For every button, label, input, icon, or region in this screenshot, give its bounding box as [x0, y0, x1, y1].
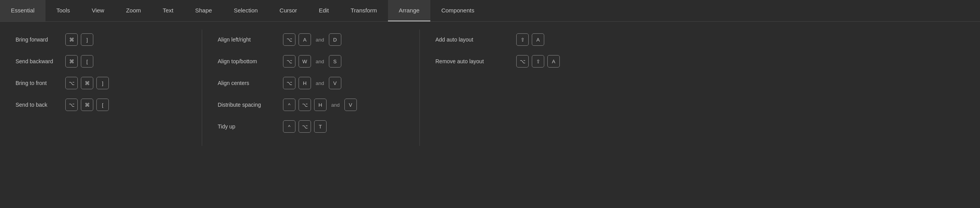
bring-forward-label: Bring forward [16, 36, 62, 43]
row-bring-to-front: Bring to front ⌥ ⌘ ] [16, 77, 186, 89]
send-to-back-label: Send to back [16, 102, 62, 108]
nav-item-arrange[interactable]: Arrange [388, 0, 430, 21]
key-opt-ds: ⌥ [299, 99, 311, 111]
nav-item-shape[interactable]: Shape [184, 0, 223, 21]
align-top-bottom-label: Align top/bottom [218, 58, 280, 64]
key-a: A [299, 33, 311, 46]
row-align-centers: Align centers ⌥ H and V [218, 77, 404, 89]
key-opt-s3: ⌥ [283, 77, 295, 89]
distribute-spacing-label: Distribute spacing [218, 102, 280, 108]
key-a-al: A [532, 33, 544, 46]
key-cmd: ⌘ [65, 33, 78, 46]
key-v: V [329, 77, 341, 89]
key-opt-s2: ⌥ [283, 55, 295, 68]
nav-item-cursor[interactable]: Cursor [269, 0, 308, 21]
content-area: Bring forward ⌘ ] Send backward ⌘ [ Brin… [0, 22, 980, 154]
key-opt2: ⌥ [65, 99, 78, 111]
remove-auto-layout-label: Remove auto layout [435, 58, 513, 64]
row-send-backward: Send backward ⌘ [ [16, 55, 186, 68]
key-rbracket2: ] [96, 77, 109, 89]
align-left-right-label: Align left/right [218, 36, 280, 43]
and-text-2: and [316, 59, 324, 64]
and-text-4: and [331, 102, 340, 108]
key-opt-tu: ⌥ [299, 120, 311, 133]
section-selection: Align left/right ⌥ A and D Align top/bot… [202, 29, 420, 146]
row-distribute-spacing: Distribute spacing ^ ⌥ H and V [218, 99, 404, 111]
key-v-ds: V [344, 99, 357, 111]
key-w: W [299, 55, 311, 68]
key-shift-al: ⇧ [516, 33, 529, 46]
key-lbracket2: [ [96, 99, 109, 111]
row-align-top-bottom: Align top/bottom ⌥ W and S [218, 55, 404, 68]
key-opt-s1: ⌥ [283, 33, 295, 46]
nav-item-transform[interactable]: Transform [340, 0, 388, 21]
align-centers-label: Align centers [218, 80, 280, 86]
send-backward-label: Send backward [16, 58, 62, 64]
nav-item-zoom[interactable]: Zoom [115, 0, 152, 21]
nav-item-text[interactable]: Text [152, 0, 185, 21]
bring-to-front-label: Bring to front [16, 80, 62, 86]
nav-item-essential[interactable]: Essential [0, 0, 45, 21]
row-align-left-right: Align left/right ⌥ A and D [218, 33, 404, 46]
key-ctrl-ds: ^ [283, 99, 295, 111]
nav-item-tools[interactable]: Tools [45, 0, 81, 21]
nav-item-selection[interactable]: Selection [223, 0, 269, 21]
row-send-to-back: Send to back ⌥ ⌘ [ [16, 99, 186, 111]
add-auto-layout-label: Add auto layout [435, 36, 513, 43]
key-h: H [299, 77, 311, 89]
nav-item-components[interactable]: Components [430, 0, 485, 21]
nav-item-view[interactable]: View [81, 0, 115, 21]
nav-bar: Essential Tools View Zoom Text Shape Sel… [0, 0, 980, 22]
section-arrange: Bring forward ⌘ ] Send backward ⌘ [ Brin… [0, 29, 202, 146]
nav-item-edit[interactable]: Edit [308, 0, 340, 21]
key-cmd2: ⌘ [65, 55, 78, 68]
row-bring-forward: Bring forward ⌘ ] [16, 33, 186, 46]
key-cmd4: ⌘ [81, 99, 93, 111]
key-opt-ral: ⌥ [516, 55, 529, 68]
key-t-tu: T [314, 120, 327, 133]
row-tidy-up: Tidy up ^ ⌥ T [218, 120, 404, 133]
key-s: S [329, 55, 341, 68]
key-d: D [329, 33, 341, 46]
key-lbracket: [ [81, 55, 93, 68]
key-ctrl-tu: ^ [283, 120, 295, 133]
key-opt: ⌥ [65, 77, 78, 89]
row-add-auto-layout: Add auto layout ⇧ A [435, 33, 638, 46]
key-shift-ral: ⇧ [532, 55, 544, 68]
key-a-ral: A [547, 55, 560, 68]
section-auto-layout: Add auto layout ⇧ A Remove auto layout ⌥… [420, 29, 653, 146]
key-rbracket: ] [81, 33, 93, 46]
and-text-1: and [316, 37, 324, 43]
and-text-3: and [316, 80, 324, 86]
row-remove-auto-layout: Remove auto layout ⌥ ⇧ A [435, 55, 638, 68]
tidy-up-label: Tidy up [218, 123, 280, 130]
key-h-ds: H [314, 99, 327, 111]
key-cmd3: ⌘ [81, 77, 93, 89]
